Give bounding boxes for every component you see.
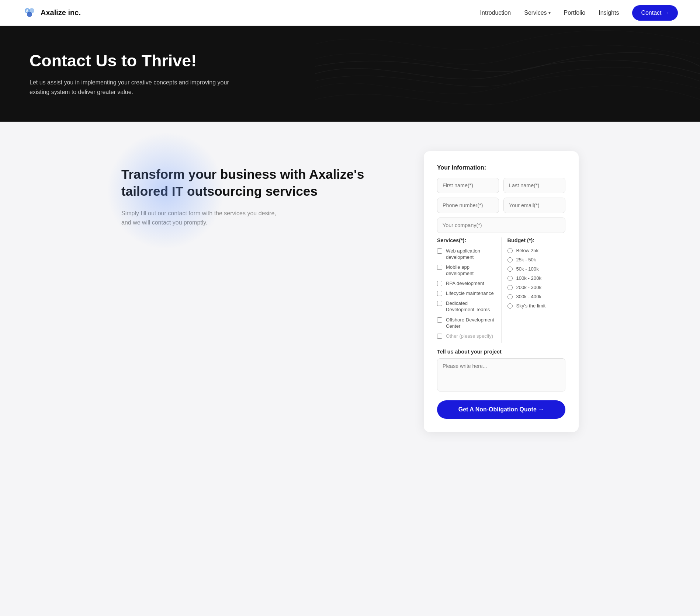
- service-item: Offshore Development Center: [437, 317, 495, 329]
- budget-label-6: Sky's the limit: [516, 303, 546, 309]
- project-textarea[interactable]: [437, 358, 565, 391]
- budget-label-1: 25k - 50k: [516, 257, 536, 262]
- hero-subtitle: Let us assist you in implementing your c…: [30, 78, 243, 97]
- wave-decoration: [315, 26, 700, 122]
- service-label-2: RPA development: [446, 280, 484, 286]
- service-checkbox-4[interactable]: [437, 301, 442, 306]
- left-content: Transform your business with Axalize's t…: [121, 151, 402, 227]
- contact-form-card: Your information: Services(*): Web appli…: [424, 151, 579, 432]
- first-name-input[interactable]: [437, 178, 499, 193]
- budget-label: Budget (*):: [507, 237, 566, 243]
- budget-radio-4[interactable]: [507, 285, 513, 290]
- service-item: Mobile app development: [437, 264, 495, 276]
- service-checkbox-6[interactable]: [437, 334, 442, 339]
- budget-item: Sky's the limit: [507, 303, 566, 309]
- svg-text:A: A: [26, 9, 28, 13]
- logo-icon: A: [22, 6, 37, 20]
- service-label-0: Web application development: [446, 248, 495, 260]
- nav-services[interactable]: Services ▾: [524, 10, 550, 16]
- budget-radio-6[interactable]: [507, 303, 513, 309]
- info-section-label: Your information:: [437, 164, 565, 171]
- services-column: Services(*): Web application development…: [437, 237, 502, 343]
- service-item: Lifecycle maintenance: [437, 290, 495, 296]
- service-item: Web application development: [437, 248, 495, 260]
- service-label-5: Offshore Development Center: [446, 317, 495, 329]
- budget-label-0: Below 25k: [516, 248, 538, 253]
- left-subtitle: Simply fill out our contact form with th…: [121, 209, 276, 227]
- budget-radio-5[interactable]: [507, 294, 513, 299]
- logo[interactable]: A Axalize inc.: [22, 6, 81, 20]
- phone-input[interactable]: [437, 198, 499, 213]
- contact-row: [437, 198, 565, 213]
- service-label-4: Dedicated Development Teams: [446, 300, 495, 313]
- budget-item: 200k - 300k: [507, 285, 566, 290]
- budget-item: 300k - 400k: [507, 294, 566, 299]
- nav-introduction[interactable]: Introduction: [480, 10, 511, 16]
- navigation: A Axalize inc. Introduction Services ▾ P…: [0, 0, 700, 26]
- nav-insights[interactable]: Insights: [599, 10, 619, 16]
- service-label-1: Mobile app development: [446, 264, 495, 276]
- budget-radio-2[interactable]: [507, 267, 513, 272]
- budget-radio-1[interactable]: [507, 257, 513, 262]
- service-label-6: Other (please specify): [446, 333, 493, 339]
- hero-content: Contact Us to Thrive! Let us assist you …: [30, 51, 243, 97]
- budget-label-4: 200k - 300k: [516, 285, 542, 290]
- hero-title: Contact Us to Thrive!: [30, 51, 243, 71]
- nav-links: Introduction Services ▾ Portfolio Insigh…: [480, 5, 678, 21]
- main-section: Transform your business with Axalize's t…: [92, 122, 608, 462]
- contact-button[interactable]: Contact →: [632, 5, 678, 21]
- service-checkbox-5[interactable]: [437, 317, 442, 323]
- logo-text: Axalize inc.: [41, 8, 81, 17]
- service-checkbox-2[interactable]: [437, 281, 442, 286]
- services-budget-section: Services(*): Web application development…: [437, 237, 565, 343]
- submit-label: Get A Non-Obligation Quote →: [458, 406, 544, 413]
- last-name-input[interactable]: [503, 178, 565, 193]
- service-checkbox-1[interactable]: [437, 265, 442, 270]
- service-item: Other (please specify): [437, 333, 495, 339]
- budget-item: 100k - 200k: [507, 275, 566, 281]
- budget-label-5: 300k - 400k: [516, 294, 542, 299]
- hero-section: Contact Us to Thrive! Let us assist you …: [0, 26, 700, 122]
- service-item: RPA development: [437, 280, 495, 286]
- budget-item: Below 25k: [507, 248, 566, 253]
- service-checkbox-0[interactable]: [437, 248, 442, 254]
- service-item: Dedicated Development Teams: [437, 300, 495, 313]
- email-input[interactable]: [503, 198, 565, 213]
- budget-column: Budget (*): Below 25k25k - 50k50k - 100k…: [502, 237, 566, 343]
- submit-button[interactable]: Get A Non-Obligation Quote →: [437, 400, 565, 419]
- nav-portfolio[interactable]: Portfolio: [564, 10, 586, 16]
- project-label: Tell us about your project: [437, 349, 565, 355]
- service-checkbox-3[interactable]: [437, 291, 442, 296]
- services-label: Services(*):: [437, 237, 495, 243]
- left-title: Transform your business with Axalize's t…: [121, 166, 402, 200]
- name-row: [437, 178, 565, 193]
- company-input[interactable]: [437, 217, 565, 233]
- service-label-3: Lifecycle maintenance: [446, 290, 494, 296]
- budget-label-2: 50k - 100k: [516, 266, 539, 272]
- chevron-down-icon: ▾: [548, 10, 551, 15]
- budget-label-3: 100k - 200k: [516, 275, 542, 281]
- budget-item: 25k - 50k: [507, 257, 566, 262]
- budget-radio-3[interactable]: [507, 276, 513, 281]
- budget-radio-0[interactable]: [507, 248, 513, 253]
- budget-item: 50k - 100k: [507, 266, 566, 272]
